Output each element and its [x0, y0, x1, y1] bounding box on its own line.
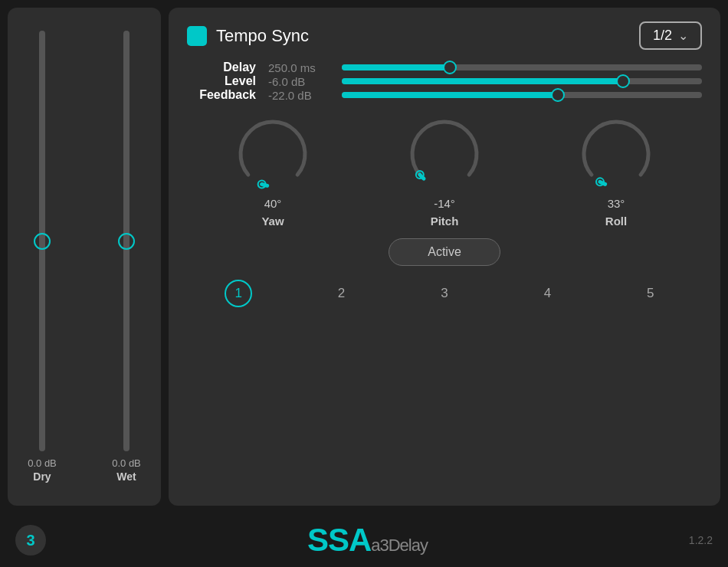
preset-tab-3[interactable]: 3 [431, 280, 458, 307]
wet-slider-container: 0.0 dB Wet [100, 31, 153, 483]
brand-sub: a3Delay [371, 536, 428, 555]
wet-value: 0.0 dB [112, 457, 141, 469]
knob-name-roll: Roll [605, 215, 627, 228]
param-slider-0[interactable] [342, 64, 702, 70]
param-row-feedback: Feedback -22.0 dB [187, 88, 702, 102]
knob-value-roll: 33° [608, 197, 625, 210]
brand-ssa: SSA [307, 522, 371, 558]
version-label: 1.2.2 [689, 534, 713, 546]
knob-name-pitch: Pitch [431, 215, 459, 228]
bottom-bar: 3 SSAa3Delay 1.2.2 [0, 513, 728, 567]
chevron-down-icon: ⌄ [678, 28, 688, 43]
logo-icon: 3 [15, 525, 46, 556]
brand-name: SSAa3Delay [307, 522, 428, 559]
knob-yaw[interactable] [234, 116, 311, 192]
param-rows: Delay 250.0 ms Level -6.0 dB Feedback -2… [187, 61, 702, 102]
tempo-sync-label: Tempo Sync [216, 26, 309, 46]
dry-slider-thumb[interactable] [34, 233, 51, 250]
preset-tab-2[interactable]: 2 [328, 280, 356, 307]
dry-slider-labels: 0.0 dB Dry [28, 457, 57, 483]
param-slider-thumb-2[interactable] [551, 88, 565, 102]
right-panel: Tempo Sync 1/2 ⌄ Delay 250.0 ms Level -6… [169, 8, 720, 506]
param-row-delay: Delay 250.0 ms [187, 61, 702, 74]
active-button-row: Active [187, 238, 702, 266]
param-value-1: -6.0 dB [268, 75, 330, 88]
knob-value-yaw: 40° [264, 197, 282, 210]
tempo-sync-group: Tempo Sync [187, 26, 309, 46]
top-row: Tempo Sync 1/2 ⌄ [187, 21, 702, 50]
tempo-dropdown-button[interactable]: 1/2 ⌄ [639, 21, 702, 50]
preset-tabs-row: 12345 [187, 280, 702, 307]
param-value-0: 250.0 ms [268, 61, 330, 74]
dry-slider-container: 0.0 dB Dry [15, 31, 69, 483]
preset-tab-5[interactable]: 5 [637, 280, 664, 307]
param-slider-fill-2 [342, 92, 558, 98]
sliders-row: 0.0 dB Dry 0.0 dB Wet [15, 23, 153, 490]
param-label-0: Delay [187, 61, 256, 74]
param-slider-2[interactable] [342, 92, 702, 98]
param-value-2: -22.0 dB [268, 89, 330, 102]
param-slider-fill-1 [342, 78, 623, 84]
tempo-dropdown-value: 1/2 [653, 28, 672, 44]
param-slider-fill-0 [342, 64, 450, 70]
wet-slider-labels: 0.0 dB Wet [112, 457, 141, 483]
dry-value: 0.0 dB [28, 457, 57, 469]
active-button[interactable]: Active [389, 238, 500, 266]
wet-slider-track[interactable] [123, 31, 130, 451]
knob-container-pitch: -14° Pitch [406, 116, 483, 228]
param-label-2: Feedback [187, 88, 256, 102]
knob-pitch[interactable] [406, 116, 483, 192]
knob-value-pitch: -14° [434, 197, 455, 210]
wet-label: Wet [116, 470, 136, 483]
knob-container-yaw: 40° Yaw [234, 116, 311, 228]
param-row-level: Level -6.0 dB [187, 74, 702, 88]
left-panel: 0.0 dB Dry 0.0 dB Wet [8, 8, 161, 506]
knob-container-roll: 33° Roll [578, 116, 654, 228]
param-slider-1[interactable] [342, 78, 702, 84]
knobs-row: 40° Yaw -14° Pitch [187, 116, 702, 228]
param-slider-thumb-1[interactable] [616, 74, 630, 88]
knob-roll[interactable] [578, 116, 654, 192]
wet-slider-thumb[interactable] [118, 233, 135, 250]
knob-name-yaw: Yaw [261, 215, 284, 228]
param-slider-thumb-0[interactable] [443, 61, 457, 74]
preset-tab-1[interactable]: 1 [225, 280, 252, 307]
tempo-sync-icon[interactable] [187, 26, 207, 46]
param-label-1: Level [187, 74, 256, 88]
dry-slider-track[interactable] [39, 31, 45, 451]
dry-label: Dry [33, 470, 51, 483]
preset-tab-4[interactable]: 4 [533, 280, 561, 307]
